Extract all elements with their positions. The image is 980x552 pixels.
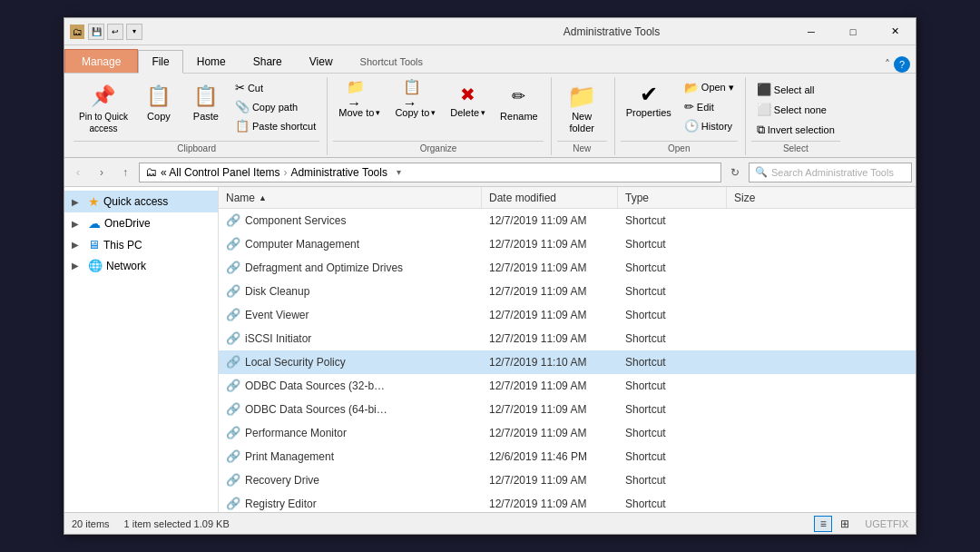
tab-home[interactable]: Home (183, 49, 240, 73)
history-label: History (701, 121, 732, 132)
copy-path-button[interactable]: 📎 Copy path (231, 98, 319, 115)
back-button[interactable]: ‹ (68, 163, 88, 182)
maximize-button[interactable]: □ (832, 18, 874, 45)
cell-type: Shortcut (618, 474, 727, 487)
cell-date: 12/7/2019 11:09 AM (482, 498, 618, 510)
copy-to-button[interactable]: 📋→ Copy to ▾ (389, 79, 441, 121)
history-button[interactable]: 🕒 History (681, 117, 738, 134)
table-row[interactable]: 🔗 iSCSI Initiator 12/7/2019 11:09 AM Sho… (219, 327, 916, 350)
select-all-button[interactable]: ⬛ Select all (753, 81, 838, 98)
table-row[interactable]: 🔗 Recovery Drive 12/7/2019 11:09 AM Shor… (219, 468, 916, 492)
tab-share[interactable]: Share (240, 49, 296, 73)
breadcrumb-icon: 🗂 (145, 165, 157, 179)
address-dropdown[interactable]: ▾ (391, 163, 407, 182)
invert-selection-button[interactable]: ⧉ Invert selection (753, 121, 838, 139)
qa-save-btn[interactable]: 💾 (88, 24, 104, 40)
table-row[interactable]: 🔗 Event Viewer 12/7/2019 11:09 AM Shortc… (219, 303, 916, 327)
copy-to-dropdown-icon: ▾ (431, 108, 436, 117)
select-all-label: Select all (774, 84, 815, 95)
ribbon-tabs: Manage File Home Share View Shortcut Too… (64, 45, 916, 73)
cell-date: 12/7/2019 11:09 AM (482, 403, 618, 416)
table-row[interactable]: 🔗 ODBC Data Sources (64-bi… 12/7/2019 11… (219, 398, 916, 421)
paste-button[interactable]: 📋 Paste (184, 79, 228, 125)
details-view-button[interactable]: ≡ (814, 516, 832, 532)
col-header-date[interactable]: Date modified (482, 187, 618, 208)
window-controls: ─ □ ✕ (790, 18, 916, 45)
qa-undo-btn[interactable]: ↩ (107, 24, 123, 40)
forward-button[interactable]: › (92, 163, 112, 182)
table-row[interactable]: 🔗 Defragment and Optimize Drives 12/7/20… (219, 256, 916, 280)
table-row[interactable]: 🔗 Print Management 12/6/2019 11:46 PM Sh… (219, 445, 916, 468)
pin-to-quick-access-button[interactable]: 📌 Pin to Quickaccess (74, 79, 133, 137)
new-folder-button[interactable]: 📁 Newfolder (560, 79, 603, 137)
col-header-size[interactable]: Size (727, 187, 916, 208)
edit-button[interactable]: ✏ Edit (681, 98, 738, 115)
refresh-button[interactable]: ↻ (725, 163, 745, 182)
delete-dropdown-icon: ▾ (481, 108, 485, 117)
ribbon-help-icon[interactable]: ? (894, 56, 910, 73)
table-row[interactable]: 🔗 Local Security Policy 12/7/2019 11:10 … (219, 350, 916, 374)
paste-shortcut-button[interactable]: 📋 Paste shortcut (231, 117, 319, 134)
sidebar-item-network[interactable]: ▶ 🌐 Network (64, 255, 218, 276)
sidebar-item-onedrive[interactable]: ▶ ☁ OneDrive (64, 212, 218, 234)
table-row[interactable]: 🔗 ODBC Data Sources (32-b… 12/7/2019 11:… (219, 374, 916, 398)
cell-name: 🔗 Component Services (219, 213, 482, 227)
tab-view[interactable]: View (296, 49, 347, 73)
file-icon: 🔗 (226, 237, 240, 251)
col-header-type[interactable]: Type (618, 187, 727, 208)
sidebar-item-this-pc[interactable]: ▶ 🖥 This PC (64, 234, 218, 255)
rename-icon: ✏ (505, 82, 534, 111)
file-name: Print Management (245, 450, 334, 463)
quick-access-icon: ★ (88, 194, 100, 209)
open-label: Open (621, 141, 738, 153)
pin-label: Pin to Quickaccess (79, 111, 128, 134)
this-pc-label: This PC (103, 239, 142, 251)
select-label: Select (751, 141, 840, 153)
cell-name: 🔗 Defragment and Optimize Drives (219, 261, 482, 274)
quick-access-toolbar: 💾 ↩ ▾ (88, 24, 142, 40)
sidebar-item-quick-access[interactable]: ▶ ★ Quick access (64, 191, 218, 212)
file-list-body[interactable]: 🔗 Component Services 12/7/2019 11:09 AM … (219, 209, 916, 512)
tab-file[interactable]: File (138, 50, 182, 74)
rename-button[interactable]: ✏ Rename (495, 79, 544, 125)
open-button[interactable]: 📂 Open ▾ (681, 79, 738, 96)
file-icon: 🔗 (226, 355, 240, 369)
table-row[interactable]: 🔗 Performance Monitor 12/7/2019 11:09 AM… (219, 421, 916, 445)
cell-date: 12/7/2019 11:09 AM (482, 214, 618, 227)
file-icon: 🔗 (226, 213, 240, 227)
copy-button[interactable]: 📋 Copy (137, 79, 181, 125)
file-name: Recovery Drive (245, 474, 319, 487)
file-name: Computer Management (245, 238, 359, 251)
onedrive-label: OneDrive (104, 217, 151, 230)
title-bar: 🗂 💾 ↩ ▾ Administrative Tools ─ □ ✕ (64, 18, 916, 45)
tab-shortcut-tools[interactable]: Shortcut Tools (347, 49, 437, 73)
address-bar: ‹ › ↑ 🗂 « All Control Panel Items › Admi… (64, 158, 916, 187)
large-icons-button[interactable]: ⊞ (836, 516, 854, 532)
file-icon: 🔗 (226, 284, 240, 298)
move-to-dropdown-icon: ▾ (376, 108, 380, 117)
table-row[interactable]: 🔗 Computer Management 12/7/2019 11:09 AM… (219, 232, 916, 256)
minimize-button[interactable]: ─ (790, 18, 832, 45)
move-to-label: Move to ▾ (338, 107, 380, 118)
table-row[interactable]: 🔗 Disk Cleanup 12/7/2019 11:09 AM Shortc… (219, 280, 916, 303)
up-button[interactable]: ↑ (115, 163, 135, 182)
col-header-name[interactable]: Name ▲ (219, 187, 482, 208)
tab-manage[interactable]: Manage (64, 49, 138, 73)
properties-button[interactable]: ✔ Properties (621, 79, 677, 121)
address-path[interactable]: 🗂 « All Control Panel Items › Administra… (139, 163, 721, 182)
table-row[interactable]: 🔗 Component Services 12/7/2019 11:09 AM … (219, 209, 916, 232)
search-box[interactable]: 🔍 Search Administrative Tools (749, 163, 912, 182)
delete-icon: ✖ (456, 82, 481, 107)
close-button[interactable]: ✕ (874, 18, 916, 45)
delete-button[interactable]: ✖ Delete ▾ (445, 79, 491, 121)
cell-name: 🔗 iSCSI Initiator (219, 331, 482, 345)
select-none-button[interactable]: ⬜ Select none (753, 101, 838, 118)
copy-to-icon: 📋→ (403, 82, 428, 107)
cell-name: 🔗 Computer Management (219, 237, 482, 251)
cell-type: Shortcut (618, 309, 727, 321)
move-to-button[interactable]: 📁→ Move to ▾ (333, 79, 386, 121)
qa-dropdown-btn[interactable]: ▾ (126, 24, 142, 40)
table-row[interactable]: 🔗 Registry Editor 12/7/2019 11:09 AM Sho… (219, 492, 916, 512)
ribbon-collapse-icon[interactable]: ˄ (885, 58, 890, 71)
cut-button[interactable]: ✂ Cut (231, 79, 319, 96)
